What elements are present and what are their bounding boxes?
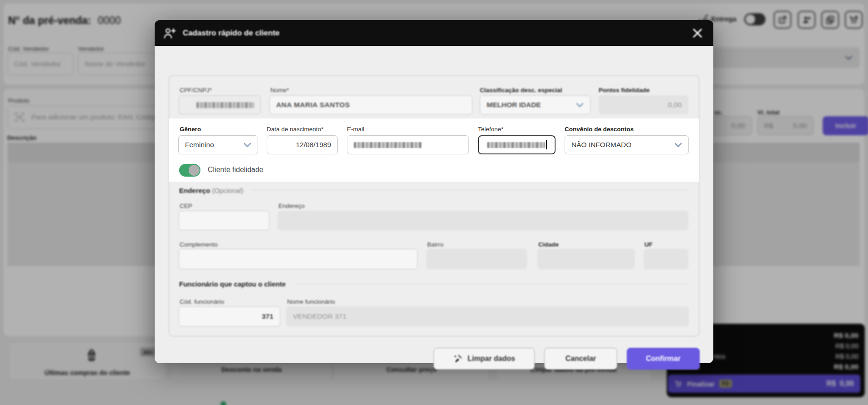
cart-plus-icon bbox=[849, 15, 858, 25]
limpar-dados-button[interactable]: Limpar dados bbox=[434, 348, 535, 370]
presale-title: N° da pré-venda: 0000 bbox=[8, 15, 121, 27]
shortcut-badge: Alt+ bbox=[140, 348, 156, 356]
redacted-email-value bbox=[354, 142, 422, 148]
description-column-label: Descrição bbox=[7, 134, 37, 141]
incluir-button[interactable]: Incluir bbox=[823, 116, 868, 135]
chevron-down-icon bbox=[576, 103, 584, 108]
funcionario-section-title: Funcionário que captou o cliente bbox=[179, 280, 286, 288]
telefone-label: Telefone* bbox=[478, 126, 503, 133]
copy-document-icon: F bbox=[825, 15, 835, 25]
vl-total-label: Vl. total bbox=[757, 109, 780, 116]
vendor-label: Vendedor bbox=[78, 45, 104, 52]
svg-text:F: F bbox=[829, 20, 831, 23]
nome-funcionario-input: VENDEDOR 371 bbox=[286, 306, 689, 326]
chevron-down-icon bbox=[845, 55, 853, 60]
screen: N° da pré-venda: 0000 Cód. Vendedor Vend… bbox=[0, 0, 868, 405]
customer-quick-register-modal: Cadastro rápido de cliente CPF/CNPJ* Nom… bbox=[155, 20, 713, 363]
cod-funcionario-label: Cód. funcionário bbox=[180, 298, 224, 305]
convenio-label: Convênio de descontos bbox=[565, 126, 634, 133]
status-dot bbox=[220, 401, 226, 405]
vendor-code-label: Cód. Vendedor bbox=[8, 45, 49, 52]
bairro-input bbox=[426, 249, 527, 269]
nome-label: Nome* bbox=[270, 87, 289, 94]
nome-funcionario-label: Nome funcionário bbox=[287, 298, 335, 305]
finalize-button[interactable]: Finalizar F2 R$ 0,00 bbox=[668, 375, 860, 393]
nascimento-label: Data de nascimento* bbox=[267, 126, 323, 133]
cancelar-button[interactable]: Cancelar bbox=[544, 348, 617, 370]
form-section-box bbox=[169, 75, 699, 336]
chevron-down-icon bbox=[244, 143, 251, 148]
cpf-input[interactable] bbox=[179, 95, 261, 114]
genero-select[interactable]: Feminino bbox=[178, 135, 258, 154]
chevron-down-icon bbox=[674, 143, 682, 148]
cart-icon bbox=[674, 380, 683, 388]
summary-row: ntos R$ 0,00 bbox=[713, 352, 858, 361]
share-button[interactable] bbox=[774, 11, 791, 29]
active-form-row: Gênero Feminino Data de nascimento* 12/0… bbox=[169, 119, 699, 182]
classificacao-label: Classificação desc. especial bbox=[480, 87, 562, 94]
endereco-label: Endereço bbox=[278, 202, 305, 209]
redacted-telefone-value bbox=[487, 142, 545, 148]
classificacao-select[interactable]: MELHOR IDADE bbox=[480, 95, 590, 114]
fidelidade-label: Cliente fidelidade bbox=[208, 166, 263, 174]
pontos-input: 0,00 bbox=[599, 95, 688, 114]
close-icon[interactable] bbox=[692, 28, 702, 38]
email-label: E-mail bbox=[347, 126, 364, 133]
text-caret bbox=[546, 140, 547, 149]
modal-title: Cadastro rápido de cliente bbox=[183, 29, 280, 38]
last-purchases-button[interactable]: Últimas compras do cliente Alt+ bbox=[8, 341, 166, 380]
add-customer-button[interactable] bbox=[798, 11, 815, 29]
modal-body: CPF/CNPJ* Nome* ANA MARIA SANTOS Classif… bbox=[155, 46, 713, 363]
nome-input[interactable]: ANA MARIA SANTOS bbox=[269, 95, 473, 114]
uf-input bbox=[644, 249, 688, 269]
confirmar-button[interactable]: Confirmar bbox=[627, 348, 700, 370]
shopping-bag-icon bbox=[84, 347, 99, 363]
nascimento-input[interactable]: 12/08/1989 bbox=[267, 135, 338, 154]
cep-label: CEP bbox=[180, 202, 192, 209]
endereco-section-title: Endereço (Opcional) bbox=[179, 187, 244, 194]
vendor-code-input[interactable]: Cód. Vendedor bbox=[7, 53, 73, 75]
genero-label: Gênero bbox=[180, 126, 201, 133]
cod-funcionario-input[interactable]: 371 bbox=[179, 306, 280, 326]
presale-number: 0000 bbox=[98, 15, 121, 26]
cidade-label: Cidade bbox=[538, 241, 559, 248]
bairro-label: Bairro bbox=[427, 241, 444, 248]
f2-key-badge: F2 bbox=[719, 380, 732, 388]
cart-add-button[interactable] bbox=[845, 11, 863, 29]
email-input[interactable] bbox=[347, 135, 469, 154]
endereco-input bbox=[278, 211, 688, 230]
pontos-label: Pontos fidelidade bbox=[599, 87, 650, 94]
copy-document-button[interactable]: F bbox=[821, 11, 839, 29]
cpf-label: CPF/CNPJ* bbox=[180, 87, 212, 94]
vl-total-input: R$ 0,00 bbox=[757, 116, 814, 135]
barcode-scan-icon bbox=[14, 112, 25, 123]
uf-label: UF bbox=[644, 241, 653, 248]
person-add-icon bbox=[802, 15, 811, 25]
person-add-icon bbox=[163, 27, 177, 39]
share-icon bbox=[778, 15, 787, 25]
complemento-label: Complemento bbox=[180, 241, 218, 248]
complemento-input[interactable] bbox=[179, 249, 418, 269]
desc-label-fragment: sc. bbox=[714, 109, 723, 116]
delivery-toggle[interactable] bbox=[744, 13, 766, 25]
cep-input[interactable] bbox=[179, 211, 269, 230]
redacted-cpf-value bbox=[196, 102, 254, 108]
broom-icon bbox=[453, 354, 463, 364]
modal-header: Cadastro rápido de cliente bbox=[155, 20, 713, 46]
fidelidade-toggle[interactable] bbox=[179, 164, 200, 177]
telefone-input[interactable] bbox=[478, 135, 556, 154]
delivery-label: Entrega bbox=[711, 15, 736, 23]
product-label: Produto bbox=[8, 97, 29, 104]
convenio-select[interactable]: NÃO INFORMADO bbox=[565, 135, 689, 154]
cidade-input bbox=[537, 249, 635, 269]
